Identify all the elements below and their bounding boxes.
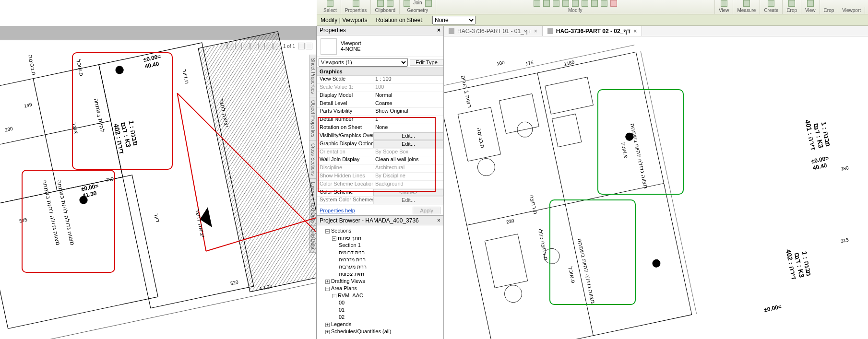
view-scale-value[interactable]: 1 : 100: [373, 76, 443, 83]
tree-drafting[interactable]: +Drafting Views: [319, 278, 441, 285]
svg-rect-23: [552, 114, 582, 147]
type-thumbnail-icon: [321, 38, 337, 55]
ribbon-group-select: Select: [320, 0, 341, 14]
tree-item[interactable]: Section 1: [319, 242, 441, 249]
scale-icon[interactable]: [601, 0, 607, 7]
measure-icon[interactable]: [743, 0, 750, 7]
tree-item[interactable]: 01: [319, 306, 441, 314]
tree-item[interactable]: 00: [319, 299, 441, 306]
close-icon[interactable]: ×: [633, 28, 637, 35]
options-bar: Modify | Viewports Rotation on Sheet: No…: [317, 14, 868, 26]
options-context: Modify | Viewports: [321, 17, 368, 23]
document-tabs: HAG-3736-PART 01 - 01_דף × HAG-3736-PART…: [444, 26, 868, 36]
expand-icon[interactable]: +: [325, 280, 330, 284]
tree-item[interactable]: חזית מערבית: [319, 263, 441, 270]
ribbon-group-measure: Measure: [733, 0, 760, 14]
svg-rect-20: [485, 234, 527, 288]
delete-icon[interactable]: [610, 0, 617, 7]
close-icon[interactable]: ×: [437, 217, 440, 224]
edit-type-button[interactable]: Edit Type: [410, 59, 443, 66]
tree-item[interactable]: חזית דרומית: [319, 249, 441, 256]
activate-view-icon[interactable]: [807, 0, 814, 7]
expand-icon[interactable]: +: [325, 330, 330, 334]
system-color-button[interactable]: Edit...: [373, 197, 443, 204]
type-selector[interactable]: Viewport 4-NONE: [317, 35, 443, 58]
instance-selector[interactable]: Viewports (1): [319, 58, 408, 67]
select-icon[interactable]: [327, 0, 333, 7]
tree-schedules[interactable]: +Schedules/Quantities (all): [319, 328, 441, 335]
collapse-icon[interactable]: −: [325, 287, 330, 291]
create-icon[interactable]: [768, 0, 774, 7]
tree-item[interactable]: חזית מזרחית: [319, 256, 441, 263]
floor-plan-right: מבנה : 1דגם : K3דירה : 401 ±0.00= 40.40 …: [444, 36, 868, 339]
right-drawing-view[interactable]: מבנה : 1דגם : K3דירה : 401 ±0.00= 40.40 …: [444, 36, 868, 339]
ribbon-group-view2: View: [801, 0, 820, 14]
rotation-select[interactable]: None: [432, 16, 476, 24]
svg-marker-5: [198, 32, 316, 292]
svg-rect-19: [499, 94, 539, 133]
tree-item[interactable]: חזית צפונית: [319, 270, 441, 278]
collapse-icon[interactable]: −: [332, 236, 336, 241]
rotate-icon[interactable]: [553, 0, 559, 7]
view-icon[interactable]: [721, 0, 727, 7]
tree-area[interactable]: −Area Plans: [319, 285, 441, 292]
vg-overrides-button[interactable]: Edit...: [373, 132, 443, 140]
svg-line-27: [641, 51, 696, 314]
tree-legends[interactable]: +Legends: [319, 321, 441, 328]
tree-item[interactable]: 02: [319, 314, 441, 321]
tree-rvm[interactable]: −RVM_AAC: [319, 292, 441, 299]
svg-line-16: [537, 73, 593, 336]
svg-line-3: [0, 121, 111, 151]
array-icon[interactable]: [591, 0, 598, 7]
wall-join-value[interactable]: Clean all wall joins: [373, 156, 443, 164]
collapse-icon[interactable]: −: [325, 229, 330, 234]
ribbon-group-create: Create: [760, 0, 783, 14]
offset-icon[interactable]: [582, 0, 588, 7]
close-icon[interactable]: ×: [437, 27, 440, 34]
detail-number-value[interactable]: 1: [373, 116, 443, 124]
ribbon-group-clipboard: Clipboard: [371, 0, 400, 14]
svg-line-4: [33, 79, 57, 191]
properties-icon[interactable]: [353, 0, 359, 7]
graphic-display-button[interactable]: Edit...: [373, 140, 443, 148]
properties-help-link[interactable]: Properties help: [320, 208, 413, 213]
move-icon[interactable]: [543, 0, 550, 7]
collapse-icon[interactable]: −: [332, 294, 336, 298]
sheet-icon: [547, 28, 553, 34]
ribbon-group-view: View: [715, 0, 734, 14]
svg-rect-1: [0, 175, 158, 328]
sheet-icon: [449, 28, 454, 34]
detail-level-value[interactable]: Coarse: [373, 100, 443, 108]
ribbon-group-crop2: Crop: [820, 7, 839, 14]
display-model-value[interactable]: Normal: [373, 92, 443, 100]
tab-part02[interactable]: HAG-3736-PART 02 - 02_דף ×: [543, 26, 642, 36]
left-drawing-view[interactable]: 1 of 1 Sheet Properties Object Propertie…: [0, 26, 317, 339]
apply-button[interactable]: Apply: [413, 207, 440, 214]
rotation-value[interactable]: None: [373, 124, 443, 132]
svg-point-9: [115, 65, 124, 74]
color-scheme-value[interactable]: <none>: [373, 189, 443, 197]
mirror-icon[interactable]: [562, 0, 569, 7]
cut-icon[interactable]: [425, 0, 432, 7]
svg-point-21: [503, 283, 523, 304]
tab-part01[interactable]: HAG-3736-PART 01 - 01_דף ×: [444, 26, 543, 36]
paste-icon[interactable]: [377, 0, 384, 7]
properties-header: Properties ×: [317, 26, 443, 35]
tree-section-group[interactable]: −חתך פיתוח: [319, 234, 441, 242]
svg-rect-22: [545, 77, 594, 114]
align-icon[interactable]: [534, 0, 540, 7]
tree-sections[interactable]: −Sections: [319, 227, 441, 234]
project-browser: Project Browser - HAMADA_400_3736 × −Sec…: [317, 215, 443, 339]
parts-visibility-value[interactable]: Show Original: [373, 108, 443, 116]
trim-icon[interactable]: [572, 0, 579, 7]
expand-icon[interactable]: +: [325, 323, 330, 327]
category-graphics[interactable]: Graphics: [317, 68, 443, 76]
ribbon-group-modify: Modify: [436, 0, 715, 14]
crop-size-icon[interactable]: [788, 0, 795, 7]
svg-rect-14: [444, 52, 692, 339]
join-icon[interactable]: [404, 0, 410, 7]
close-icon[interactable]: ×: [534, 28, 537, 35]
copy-icon[interactable]: [387, 0, 393, 7]
ribbon-label: Select: [323, 8, 337, 13]
ribbon: Select Properties Clipboard Join Geometr…: [317, 0, 868, 14]
